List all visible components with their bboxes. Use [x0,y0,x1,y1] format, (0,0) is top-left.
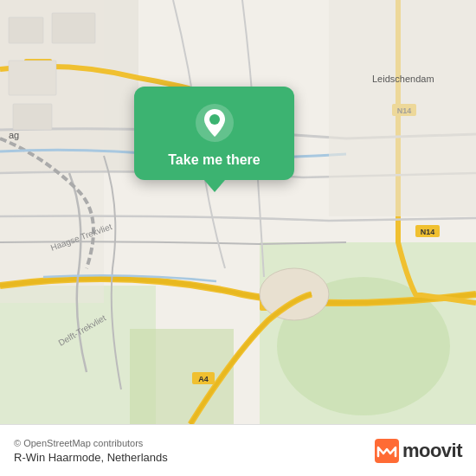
svg-rect-18 [329,0,476,216]
location-name: R-Win Haarmode, Netherlands [14,451,168,464]
svg-text:ag: ag [9,130,19,140]
moovit-icon [375,439,399,463]
svg-point-9 [260,268,329,320]
location-pin-icon [194,102,235,144]
svg-point-28 [209,114,220,125]
svg-text:A4: A4 [198,375,209,383]
moovit-logo: moovit [375,439,462,463]
location-popup: Take me there [134,87,294,180]
map-container: A12 A4 N14 N14 S101 [0,0,476,424]
svg-rect-22 [13,104,52,130]
svg-rect-20 [52,13,95,43]
take-me-there-button[interactable]: Take me there [168,152,260,168]
map-attribution: © OpenStreetMap contributors [14,438,168,448]
svg-text:N14: N14 [421,228,435,236]
svg-rect-4 [130,329,234,424]
moovit-text: moovit [402,440,462,462]
svg-rect-19 [9,17,43,43]
svg-text:Leidschendam: Leidschendam [372,74,434,84]
svg-rect-21 [9,61,56,95]
bottom-bar: © OpenStreetMap contributors R-Win Haarm… [0,424,476,476]
